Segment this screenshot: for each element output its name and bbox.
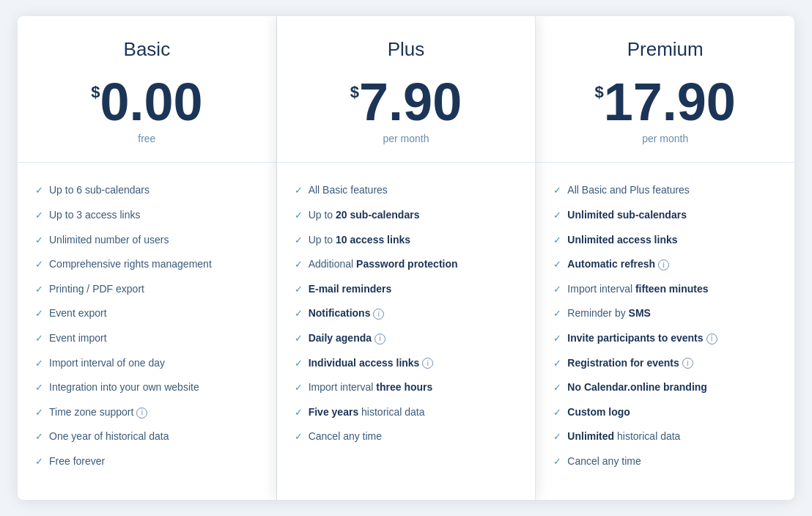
- check-icon: ✓: [553, 307, 561, 320]
- plan-premium-currency: $: [594, 84, 603, 100]
- feature-item: ✓Up to 10 access links: [295, 233, 518, 248]
- feature-item: ✓Notificationsi: [295, 306, 518, 321]
- plan-plus-features: ✓All Basic features✓Up to 20 sub-calenda…: [277, 163, 536, 499]
- feature-item: ✓Time zone supporti: [35, 405, 259, 420]
- feature-text: Import interval fifteen minutes: [567, 282, 708, 297]
- plan-plus: Plus$7.90per month✓All Basic features✓Up…: [277, 16, 536, 499]
- info-icon[interactable]: i: [136, 408, 147, 419]
- feature-text: Up to 3 access links: [49, 208, 141, 223]
- feature-item: ✓Up to 6 sub-calendars: [35, 183, 259, 198]
- feature-item: ✓Unlimited number of users: [35, 233, 259, 248]
- feature-item: ✓Five years historical data: [295, 405, 518, 420]
- check-icon: ✓: [35, 234, 43, 247]
- feature-text: Integration into your own website: [49, 380, 199, 395]
- feature-item: ✓Unlimited sub-calendars: [553, 208, 777, 223]
- check-icon: ✓: [295, 184, 303, 197]
- check-icon: ✓: [295, 381, 303, 394]
- feature-item: ✓Event import: [35, 331, 259, 346]
- check-icon: ✓: [553, 209, 561, 222]
- feature-item: ✓No Calendar.online branding: [553, 380, 777, 395]
- feature-text: Up to 20 sub-calendars: [309, 208, 420, 223]
- check-icon: ✓: [295, 307, 303, 320]
- feature-item: ✓Up to 3 access links: [35, 208, 259, 223]
- feature-item: ✓All Basic and Plus features: [553, 183, 777, 198]
- feature-item: ✓Import interval three hours: [295, 380, 518, 395]
- feature-text: Up to 6 sub-calendars: [49, 183, 150, 198]
- feature-text: No Calendar.online branding: [567, 380, 707, 395]
- info-icon[interactable]: i: [374, 333, 385, 344]
- feature-text: Individual access linksi: [309, 356, 434, 371]
- check-icon: ✓: [35, 258, 43, 271]
- feature-text: Five years historical data: [309, 405, 425, 420]
- plan-basic-period: free: [32, 133, 262, 147]
- feature-item: ✓Invite participants to eventsi: [553, 331, 777, 346]
- info-icon[interactable]: i: [422, 358, 433, 369]
- feature-item: ✓Up to 20 sub-calendars: [295, 208, 518, 223]
- check-icon: ✓: [35, 209, 43, 222]
- check-icon: ✓: [35, 455, 43, 468]
- plan-premium-name: Premium: [550, 38, 780, 61]
- feature-text: Unlimited historical data: [567, 430, 680, 444]
- plan-basic-currency: $: [91, 84, 100, 100]
- plan-plus-header: Plus$7.90per month: [277, 16, 536, 163]
- feature-text: Reminder by SMS: [567, 306, 651, 321]
- check-icon: ✓: [295, 357, 303, 370]
- check-icon: ✓: [35, 184, 43, 197]
- plan-basic-price: 0.00: [100, 75, 202, 128]
- feature-text: Import interval three hours: [309, 380, 433, 395]
- feature-text: Unlimited sub-calendars: [567, 208, 687, 223]
- check-icon: ✓: [553, 357, 561, 370]
- feature-text: Event export: [49, 306, 107, 321]
- info-icon[interactable]: i: [706, 333, 717, 344]
- feature-text: Unlimited number of users: [49, 233, 169, 248]
- feature-text: Registration for eventsi: [567, 356, 693, 371]
- plan-basic: Basic$0.00free✓Up to 6 sub-calendars✓Up …: [18, 16, 277, 499]
- info-icon[interactable]: i: [682, 358, 693, 369]
- feature-item: ✓Custom logo: [553, 405, 777, 420]
- plan-basic-features: ✓Up to 6 sub-calendars✓Up to 3 access li…: [18, 163, 276, 499]
- feature-item: ✓Automatic refreshi: [553, 257, 777, 272]
- feature-text: Up to 10 access links: [309, 233, 410, 248]
- feature-text: Additional Password protection: [309, 257, 458, 272]
- plan-plus-price: 7.90: [359, 75, 462, 128]
- feature-text: Time zone supporti: [49, 405, 147, 420]
- plan-basic-price-area: $0.00: [32, 75, 262, 128]
- feature-text: Cancel any time: [567, 454, 641, 469]
- plan-premium-header: Premium$17.90per month: [536, 16, 794, 163]
- plan-premium-period: per month: [550, 133, 780, 147]
- feature-item: ✓Daily agendai: [295, 331, 518, 346]
- feature-item: ✓Import interval of one day: [35, 356, 259, 371]
- feature-text: Invite participants to eventsi: [567, 331, 717, 346]
- info-icon[interactable]: i: [373, 309, 384, 320]
- check-icon: ✓: [35, 283, 43, 296]
- feature-item: ✓Cancel any time: [295, 430, 518, 444]
- plan-plus-price-area: $7.90: [292, 75, 521, 128]
- pricing-table: Basic$0.00free✓Up to 6 sub-calendars✓Up …: [18, 16, 794, 499]
- feature-text: Import interval of one day: [49, 356, 165, 371]
- check-icon: ✓: [295, 283, 303, 296]
- info-icon[interactable]: i: [658, 259, 669, 270]
- check-icon: ✓: [553, 455, 561, 468]
- check-icon: ✓: [295, 406, 303, 419]
- check-icon: ✓: [553, 258, 561, 271]
- plan-premium: Premium$17.90per month✓All Basic and Plu…: [536, 16, 794, 499]
- feature-item: ✓E-mail reminders: [295, 282, 518, 297]
- feature-text: Automatic refreshi: [567, 257, 669, 272]
- feature-text: Notificationsi: [309, 306, 385, 321]
- feature-item: ✓Import interval fifteen minutes: [553, 282, 777, 297]
- feature-item: ✓Additional Password protection: [295, 257, 518, 272]
- feature-text: Unlimited access links: [567, 233, 677, 248]
- feature-item: ✓Free forever: [35, 454, 259, 469]
- feature-item: ✓Event export: [35, 306, 259, 321]
- check-icon: ✓: [35, 307, 43, 320]
- check-icon: ✓: [35, 357, 43, 370]
- check-icon: ✓: [553, 406, 561, 419]
- feature-item: ✓Cancel any time: [553, 454, 777, 469]
- check-icon: ✓: [295, 209, 303, 222]
- feature-item: ✓Registration for eventsi: [553, 356, 777, 371]
- plan-plus-name: Plus: [292, 38, 521, 61]
- feature-text: E-mail reminders: [309, 282, 392, 297]
- feature-item: ✓Reminder by SMS: [553, 306, 777, 321]
- feature-item: ✓Printing / PDF export: [35, 282, 259, 297]
- check-icon: ✓: [35, 332, 43, 345]
